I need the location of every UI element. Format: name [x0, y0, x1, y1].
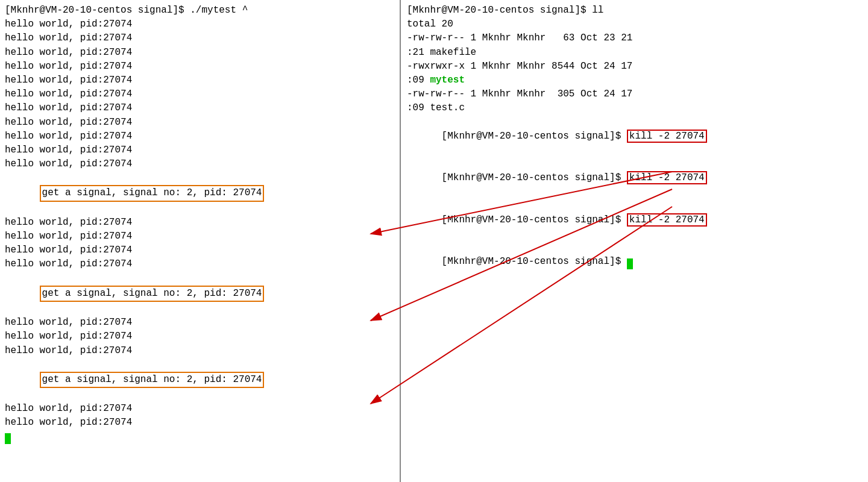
page-wrapper: [Mknhr@VM-20-10-centos signal]$ ./mytest…: [0, 0, 868, 482]
hello-line: hello world, pid:27074: [5, 330, 395, 343]
kill3-cmd: kill -2 27074: [627, 213, 707, 227]
file1-time-line: :21 makefile: [407, 46, 863, 60]
kill3-prompt: [Mknhr@VM-20-10-centos signal]$: [442, 214, 627, 225]
file2-line: -rwxrwxr-x 1 Mknhr Mknhr 8544 Oct 24 17: [407, 60, 863, 74]
caret-icon: ^: [242, 5, 248, 16]
left-prompt: [Mknhr@VM-20-10-centos signal]$ ./mytest…: [5, 4, 395, 17]
file3-size-date: 305 Oct 24 17: [546, 89, 632, 99]
hello-line: hello world, pid:27074: [5, 60, 395, 74]
right-prompt-ll: [Mknhr@VM-20-10-centos signal]$ ll: [407, 4, 863, 17]
signal-text-2: get a signal, signal no: 2, pid: 27074: [40, 286, 265, 302]
hello-line: hello world, pid:27074: [5, 101, 395, 115]
file3-line: -rw-rw-r-- 1 Mknhr Mknhr 305 Oct 24 17: [407, 87, 863, 101]
file3-perm: -rw-rw-r-- 1 Mknhr Mknhr: [407, 89, 546, 99]
total-line: total 20: [407, 17, 863, 31]
file2-perm: -rwxrwxr-x 1 Mknhr Mknhr 8544 Oct 24 17: [407, 61, 632, 72]
hello-line: hello world, pid:27074: [5, 46, 395, 60]
kill2-cmd: kill -2 27074: [627, 171, 707, 184]
kill1-prompt: [Mknhr@VM-20-10-centos signal]$: [442, 131, 627, 142]
right-terminal: [Mknhr@VM-20-10-centos signal]$ ll total…: [401, 0, 868, 482]
hello-line: hello world, pid:27074: [5, 316, 395, 330]
kill3-line: [Mknhr@VM-20-10-centos signal]$ kill -2 …: [407, 199, 863, 242]
signal-line-2: get a signal, signal no: 2, pid: 27074: [5, 272, 395, 316]
file3-time-line: :09 test.c: [407, 101, 863, 115]
file1-perm: -rw-rw-r-- 1 Mknhr Mknhr: [407, 33, 546, 43]
file1-line: -rw-rw-r-- 1 Mknhr Mknhr 63 Oct 23 21: [407, 31, 863, 45]
left-terminal: [Mknhr@VM-20-10-centos signal]$ ./mytest…: [0, 0, 401, 482]
kill1-line: [Mknhr@VM-20-10-centos signal]$ kill -2 …: [407, 116, 863, 158]
left-cursor: [5, 433, 11, 444]
hello-line: hello world, pid:27074: [5, 216, 395, 230]
kill2-line: [Mknhr@VM-20-10-centos signal]$ kill -2 …: [407, 157, 863, 199]
right-cursor: [627, 258, 633, 269]
file2-name-line: :09 mytest: [407, 74, 863, 87]
hello-line: hello world, pid:27074: [5, 230, 395, 243]
file1-size-date: 63 Oct 23 21: [546, 33, 632, 43]
kill2-prompt: [Mknhr@VM-20-10-centos signal]$: [442, 172, 627, 183]
signal-line-1: get a signal, signal no: 2, pid: 27074: [5, 171, 395, 216]
hello-line: hello world, pid:27074: [5, 143, 395, 157]
hello-line: hello world, pid:27074: [5, 402, 395, 416]
hello-line: hello world, pid:27074: [5, 87, 395, 101]
kill1-cmd: kill -2 27074: [627, 130, 707, 143]
signal-line-3: get a signal, signal no: 2, pid: 27074: [5, 358, 395, 402]
left-final-line: [5, 430, 395, 444]
hello-line: hello world, pid:27074: [5, 74, 395, 87]
hello-line: hello world, pid:27074: [5, 157, 395, 171]
hello-line: hello world, pid:27074: [5, 243, 395, 257]
signal-text-1: get a signal, signal no: 2, pid: 27074: [40, 185, 265, 201]
hello-line: hello world, pid:27074: [5, 416, 395, 430]
file2-name: mytest: [430, 75, 465, 86]
hello-line: hello world, pid:27074: [5, 130, 395, 143]
hello-line: hello world, pid:27074: [5, 257, 395, 271]
final-prompt: [Mknhr@VM-20-10-centos signal]$: [442, 256, 627, 267]
hello-line: hello world, pid:27074: [5, 116, 395, 130]
hello-line: hello world, pid:27074: [5, 344, 395, 358]
left-prompt-text: [Mknhr@VM-20-10-centos signal]$ ./mytest: [5, 5, 236, 16]
file2-time: :09: [407, 75, 430, 86]
hello-line: hello world, pid:27074: [5, 31, 395, 45]
hello-line: hello world, pid:27074: [5, 17, 395, 31]
signal-text-3: get a signal, signal no: 2, pid: 27074: [40, 372, 265, 388]
right-final-line: [Mknhr@VM-20-10-centos signal]$: [407, 241, 863, 283]
